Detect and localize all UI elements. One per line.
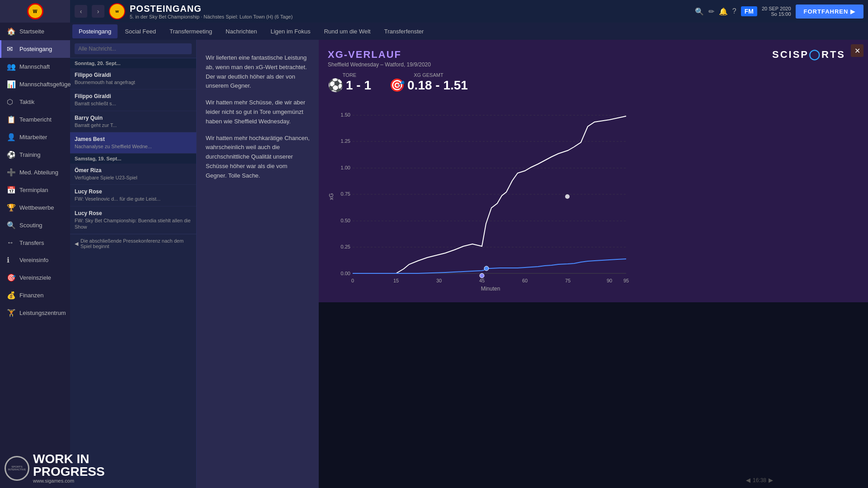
- fortfahren-button[interactable]: FORTFAHREN ▶: [796, 5, 863, 19]
- sidebar-item-terminplan[interactable]: 📅Terminplan: [0, 181, 70, 199]
- svg-text:1.50: 1.50: [341, 112, 350, 117]
- svg-point-24: [480, 273, 484, 278]
- svg-text:0: 0: [351, 278, 354, 283]
- svg-text:90: 90: [607, 278, 612, 283]
- svg-text:15: 15: [393, 278, 399, 283]
- sidebar-item-vereinsziele[interactable]: 🎯Vereinsziele: [0, 269, 70, 286]
- back-button[interactable]: ‹: [75, 5, 87, 18]
- tore-value: 1 - 1: [346, 78, 371, 93]
- forward-button[interactable]: ›: [92, 5, 104, 18]
- chart-subtitle: Sheffield Wednesday – Watford, 19/9/2020: [328, 61, 859, 68]
- topbar: ‹ › W POSTEINGANG 5. in der Sky Bet Cham…: [70, 0, 868, 23]
- modal-close-button[interactable]: ✕: [851, 44, 863, 57]
- message-item-2[interactable]: Barry QuinBarratt geht zur T...: [70, 111, 196, 132]
- svg-text:45: 45: [479, 278, 485, 283]
- message-search[interactable]: [70, 40, 196, 58]
- sidebar-icon-14: 🎯: [7, 273, 16, 282]
- topbar-date: 20 SEP 2020: [762, 6, 791, 11]
- svg-text:95: 95: [623, 278, 629, 283]
- sidebar-item-teambericht[interactable]: 📋Teambericht: [0, 111, 70, 128]
- main-area: Sonntag, 20. Sept... Filippo GiraldiBour…: [70, 40, 868, 488]
- sidebar-item-posteingang[interactable]: ✉Posteingang: [0, 40, 70, 58]
- search-input[interactable]: [75, 43, 192, 54]
- message-item-3[interactable]: James BestNachanalyse zu Sheffield Wedne…: [70, 132, 196, 154]
- message-item-0[interactable]: Ömer RizaVerfügbare Spiele U23-Spiel: [70, 164, 196, 185]
- page-title: POSTEINGANG: [130, 4, 292, 14]
- sec-nav-transferfenster[interactable]: Transferfenster: [378, 24, 430, 38]
- right-panel: Spiel 8:47 gegen Sheffield Wednesday end…: [197, 40, 868, 488]
- svg-text:1.25: 1.25: [341, 138, 350, 144]
- topbar-time: So 15:00: [762, 11, 791, 17]
- svg-text:0.50: 0.50: [341, 218, 350, 223]
- date-header-1: Sonntag, 20. Sept...: [70, 58, 196, 68]
- xg-gesamt-block: XG GESAMT 🎯 0.18 - 1.51: [389, 72, 468, 93]
- svg-text:0.75: 0.75: [341, 191, 350, 197]
- sidebar-icon-9: 📅: [7, 186, 16, 194]
- svg-text:60: 60: [522, 278, 528, 283]
- wip-badge: SPORTS INTERACTIVE WORK INPROGRESS www.s…: [5, 453, 105, 483]
- help-icon[interactable]: ?: [732, 7, 736, 15]
- secondary-nav: PosteingangSocial FeedTransfermeetingNac…: [70, 23, 868, 40]
- svg-text:0.25: 0.25: [341, 244, 350, 249]
- svg-text:1.00: 1.00: [341, 165, 350, 170]
- fm-badge: FM: [741, 6, 757, 16]
- sidebar-icon-3: 📊: [7, 80, 16, 89]
- club-badge-sidebar: W: [27, 3, 43, 19]
- sidebar-icon-2: 👥: [7, 62, 16, 71]
- xg-value: 0.18 - 1.51: [407, 78, 468, 93]
- sidebar: W 🏠Startseite✉Posteingang👥Mannschaft📊Man…: [0, 0, 70, 488]
- modal-paragraph: Wir hatten mehr Schüsse, die wir aber le…: [206, 98, 310, 126]
- sidebar-item-transfers[interactable]: ↔Transfers: [0, 234, 70, 251]
- sidebar-icon-7: ⚽: [7, 150, 16, 159]
- modal-overlay: Wir lieferten eine fantastische Leistung…: [197, 40, 868, 488]
- modal-chart-panel: ✕ XG-VERLAUF Sheffield Wednesday – Watfo…: [319, 40, 868, 302]
- sidebar-icon-4: ⬡: [7, 98, 16, 106]
- modal-paragraph: Wir lieferten eine fantastische Leistung…: [206, 53, 310, 91]
- sec-nav-social-feed[interactable]: Social Feed: [118, 24, 162, 38]
- svg-point-25: [484, 266, 489, 271]
- sidebar-icon-16: 🏋: [7, 309, 16, 317]
- wip-url: www.sigames.com: [33, 478, 105, 483]
- sidebar-icon-13: ℹ: [7, 256, 16, 264]
- message-list: Sonntag, 20. Sept... Filippo GiraldiBour…: [70, 40, 197, 488]
- sidebar-item-mannschaft[interactable]: 👥Mannschaft: [0, 58, 70, 75]
- modal-paragraph: Wir hatten mehr hochkarätige Chancen, wa…: [206, 134, 310, 181]
- footer-msg: Die abschließende Pressekonferenz nach d…: [80, 238, 192, 249]
- sec-nav-posteingang[interactable]: Posteingang: [72, 24, 118, 38]
- sec-nav-transfermeeting[interactable]: Transfermeeting: [163, 24, 218, 38]
- sidebar-item-startseite[interactable]: 🏠Startseite: [0, 23, 70, 40]
- svg-text:30: 30: [436, 278, 442, 283]
- sidebar-icon-6: 👤: [7, 133, 16, 141]
- scisports-logo: SCISP◯RTS: [772, 49, 845, 61]
- message-item-1[interactable]: Lucy RoseFW: Veselinovic d... für die gu…: [70, 185, 196, 206]
- sidebar-item-vereinsinfo[interactable]: ℹVereinsinfo: [0, 251, 70, 269]
- sidebar-item-leistungszentrum[interactable]: 🏋Leistungszentrum: [0, 304, 70, 322]
- edit-icon[interactable]: ✏: [708, 7, 714, 16]
- sidebar-icon-8: ➕: [7, 168, 16, 177]
- sidebar-item-scouting[interactable]: 🔍Scouting: [0, 216, 70, 234]
- sidebar-item-mannschaftsgef-ge[interactable]: 📊Mannschaftsgefüge: [0, 75, 70, 93]
- message-item-1[interactable]: Filippo GiraldiBarratt schließt s...: [70, 89, 196, 111]
- sidebar-icon-1: ✉: [7, 45, 16, 53]
- xg-chart: xG 0.00 0.25 0.50: [328, 97, 859, 293]
- sec-nav-rund-um-die-welt[interactable]: Rund um die Welt: [318, 24, 377, 38]
- sidebar-item-med--abteilung[interactable]: ➕Med. Abteilung: [0, 164, 70, 181]
- sidebar-icon-5: 📋: [7, 115, 16, 124]
- sidebar-item-finanzen[interactable]: 💰Finanzen: [0, 286, 70, 304]
- tore-icon: ⚽: [328, 78, 344, 93]
- wip-text: WORK INPROGRESS: [33, 453, 105, 478]
- date-header-2: Samstag, 19. Sept...: [70, 154, 196, 164]
- club-badge-topbar: W: [109, 3, 125, 19]
- search-icon[interactable]: 🔍: [695, 7, 704, 16]
- tore-block: TORE ⚽ 1 - 1: [328, 72, 371, 93]
- message-item-0[interactable]: Filippo GiraldiBournemouth hat angefragt: [70, 68, 196, 89]
- sec-nav-nachrichten[interactable]: Nachrichten: [219, 24, 263, 38]
- sidebar-item-training[interactable]: ⚽Training: [0, 146, 70, 164]
- sidebar-item-mitarbeiter[interactable]: 👤Mitarbeiter: [0, 128, 70, 146]
- sec-nav-ligen-im-fokus[interactable]: Ligen im Fokus: [264, 24, 316, 38]
- notification-icon[interactable]: 🔔: [719, 7, 728, 16]
- message-item-2[interactable]: Lucy RoseFW: Sky Bet Championship: Buend…: [70, 206, 196, 235]
- sidebar-item-taktik[interactable]: ⬡Taktik: [0, 93, 70, 111]
- svg-text:xG: xG: [328, 193, 335, 200]
- sidebar-item-wettbewerbe[interactable]: 🏆Wettbewerbe: [0, 199, 70, 216]
